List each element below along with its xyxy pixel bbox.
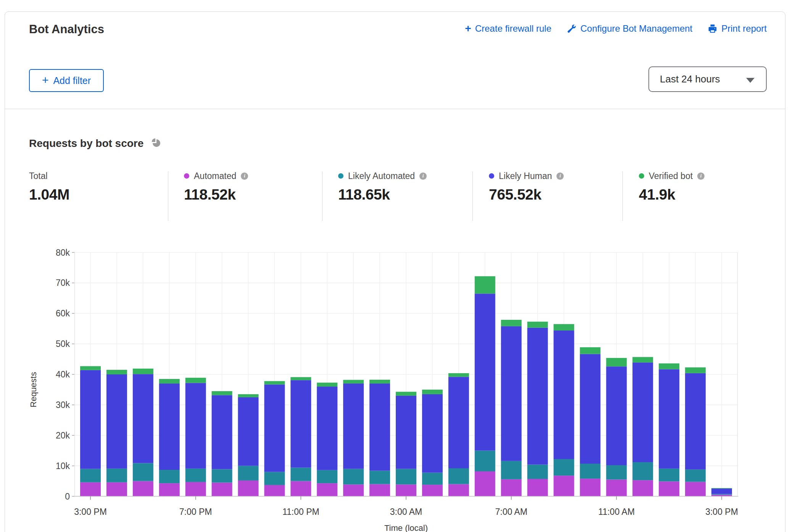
bar-segment-verified-bot[interactable]: [685, 368, 706, 373]
bar-segment-verified-bot[interactable]: [422, 390, 443, 394]
bar-segment-automated[interactable]: [422, 485, 443, 496]
bar-segment-verified-bot[interactable]: [212, 391, 232, 395]
bar-segment-likely-automated[interactable]: [396, 469, 416, 485]
bar-segment-verified-bot[interactable]: [554, 324, 574, 330]
bar-segment-likely-human[interactable]: [501, 326, 522, 461]
bar-segment-likely-automated[interactable]: [106, 469, 127, 482]
bar-segment-verified-bot[interactable]: [659, 363, 679, 369]
bar-segment-likely-human[interactable]: [106, 374, 127, 469]
add-filter-button[interactable]: + Add filter: [29, 69, 104, 92]
bar-segment-likely-automated[interactable]: [422, 473, 443, 485]
bar-segment-automated[interactable]: [659, 481, 679, 496]
bar-segment-verified-bot[interactable]: [106, 370, 127, 374]
bar-segment-likely-human[interactable]: [659, 369, 679, 468]
bar-segment-automated[interactable]: [290, 481, 311, 497]
bar-segment-verified-bot[interactable]: [501, 320, 522, 326]
bar-segment-likely-automated[interactable]: [659, 469, 679, 482]
bar-segment-verified-bot[interactable]: [396, 392, 416, 396]
bar-segment-verified-bot[interactable]: [711, 488, 732, 488]
bar-segment-likely-human[interactable]: [185, 383, 206, 468]
bar-segment-verified-bot[interactable]: [290, 377, 311, 380]
bar-segment-likely-automated[interactable]: [580, 464, 600, 479]
bar-segment-likely-automated[interactable]: [475, 451, 495, 471]
bar-segment-likely-human[interactable]: [396, 396, 416, 469]
bar-segment-verified-bot[interactable]: [475, 276, 495, 294]
bar-segment-automated[interactable]: [212, 483, 232, 497]
info-icon[interactable]: i: [419, 172, 427, 180]
bar-segment-automated[interactable]: [264, 485, 285, 497]
bar-segment-verified-bot[interactable]: [185, 378, 206, 383]
bar-segment-likely-human[interactable]: [475, 293, 495, 450]
bar-segment-automated[interactable]: [580, 479, 600, 496]
bar-segment-likely-automated[interactable]: [501, 461, 522, 479]
bar-segment-likely-automated[interactable]: [212, 469, 232, 482]
bar-segment-verified-bot[interactable]: [448, 373, 469, 377]
bar-segment-likely-automated[interactable]: [80, 469, 101, 482]
bar-segment-likely-human[interactable]: [448, 377, 469, 468]
bar-segment-automated[interactable]: [317, 483, 337, 496]
bar-segment-likely-automated[interactable]: [632, 462, 653, 480]
bar-segment-likely-human[interactable]: [711, 488, 732, 494]
bar-segment-likely-automated[interactable]: [527, 464, 548, 479]
bar-segment-likely-automated[interactable]: [238, 466, 259, 480]
bar-segment-automated[interactable]: [369, 484, 390, 497]
bar-segment-verified-bot[interactable]: [264, 381, 285, 385]
bar-segment-likely-human[interactable]: [343, 384, 364, 469]
bar-segment-verified-bot[interactable]: [159, 379, 180, 384]
bar-segment-verified-bot[interactable]: [317, 383, 337, 387]
bar-segment-likely-automated[interactable]: [711, 494, 732, 495]
create-firewall-rule-link[interactable]: + Create firewall rule: [465, 23, 551, 34]
bar-segment-likely-human[interactable]: [238, 397, 259, 466]
bar-segment-verified-bot[interactable]: [133, 369, 153, 374]
bar-segment-automated[interactable]: [80, 482, 101, 497]
bar-segment-likely-automated[interactable]: [554, 459, 574, 476]
bar-segment-verified-bot[interactable]: [343, 380, 364, 384]
bar-segment-likely-automated[interactable]: [448, 468, 469, 484]
bar-segment-automated[interactable]: [606, 480, 627, 497]
bar-segment-likely-human[interactable]: [606, 366, 627, 465]
bar-segment-likely-automated[interactable]: [343, 469, 364, 485]
bar-segment-likely-automated[interactable]: [185, 469, 206, 482]
bar-segment-automated[interactable]: [396, 484, 416, 496]
bar-segment-automated[interactable]: [238, 480, 259, 497]
bar-segment-likely-automated[interactable]: [369, 471, 390, 484]
info-icon[interactable]: i: [697, 172, 705, 180]
info-icon[interactable]: i: [556, 172, 564, 180]
bar-segment-verified-bot[interactable]: [527, 322, 548, 328]
bar-segment-likely-human[interactable]: [369, 384, 390, 471]
bar-segment-automated[interactable]: [159, 483, 180, 496]
bar-segment-likely-human[interactable]: [290, 380, 311, 468]
bar-segment-automated[interactable]: [527, 479, 548, 497]
bar-segment-automated[interactable]: [133, 481, 153, 497]
bar-segment-verified-bot[interactable]: [238, 394, 259, 397]
bar-segment-likely-human[interactable]: [580, 354, 600, 464]
bar-segment-verified-bot[interactable]: [369, 380, 390, 384]
bar-segment-likely-automated[interactable]: [290, 468, 311, 481]
bar-segment-likely-human[interactable]: [264, 384, 285, 472]
bar-segment-automated[interactable]: [554, 476, 574, 496]
bar-segment-likely-human[interactable]: [422, 394, 443, 473]
bar-segment-automated[interactable]: [106, 482, 127, 497]
bar-segment-likely-human[interactable]: [527, 328, 548, 465]
bar-segment-automated[interactable]: [632, 480, 653, 496]
bar-segment-verified-bot[interactable]: [80, 366, 101, 370]
bar-segment-verified-bot[interactable]: [606, 358, 627, 366]
bar-segment-automated[interactable]: [448, 484, 469, 497]
print-report-link[interactable]: Print report: [708, 23, 767, 34]
bar-segment-automated[interactable]: [501, 479, 522, 497]
bar-segment-automated[interactable]: [685, 482, 706, 497]
bar-segment-likely-human[interactable]: [212, 395, 232, 469]
bar-segment-likely-human[interactable]: [317, 387, 337, 470]
info-icon[interactable]: i: [241, 172, 248, 180]
bar-segment-verified-bot[interactable]: [580, 347, 600, 354]
bar-segment-automated[interactable]: [185, 482, 206, 497]
bar-segment-likely-human[interactable]: [133, 374, 153, 463]
bar-segment-likely-automated[interactable]: [606, 465, 627, 480]
bar-segment-likely-automated[interactable]: [264, 472, 285, 485]
bar-segment-likely-human[interactable]: [554, 330, 574, 459]
bar-segment-likely-automated[interactable]: [685, 469, 706, 482]
bar-segment-likely-automated[interactable]: [317, 470, 337, 483]
bar-segment-verified-bot[interactable]: [632, 357, 653, 362]
bar-segment-likely-human[interactable]: [159, 384, 180, 470]
configure-bot-management-link[interactable]: Configure Bot Management: [567, 23, 693, 34]
